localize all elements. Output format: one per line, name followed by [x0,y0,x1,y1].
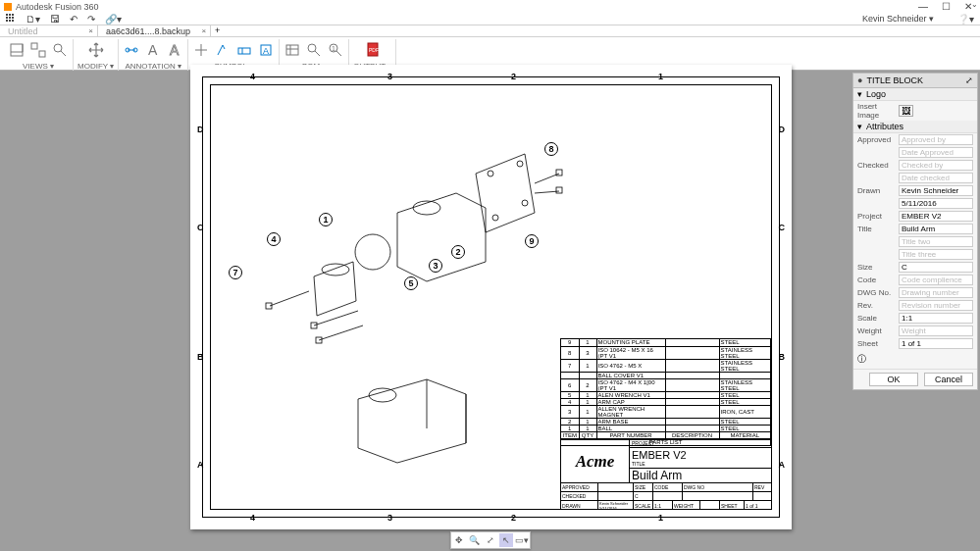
ribbon-group-annotation: A A ANNOTATION ▾ [119,39,188,71]
tab-backup[interactable]: aa6c3d61....8.backup × [98,25,211,36]
layout-icon[interactable]: ▭▾ [515,533,529,547]
insert-image-button[interactable]: 🖼 [899,105,913,117]
balloon[interactable]: 5 [404,276,418,290]
svg-text:A: A [263,46,269,56]
svg-line-23 [336,51,341,56]
svg-rect-16 [286,45,298,55]
base-view-icon[interactable] [8,41,26,59]
svg-line-4 [61,51,66,56]
tab-label: aa6c3d61....8.backup [106,26,190,36]
pdf-icon[interactable]: PDF [364,41,382,59]
panel-title: TITLE BLOCK [866,75,923,85]
approved-by-field[interactable] [899,134,973,145]
svg-line-32 [535,191,559,193]
info-icon[interactable]: ⓘ [857,353,866,366]
surface-icon[interactable] [214,41,232,59]
checked-by-field[interactable] [899,160,973,171]
balloon[interactable]: 2 [451,245,465,259]
dimension-icon[interactable] [123,41,140,59]
centermark-icon[interactable] [192,41,210,59]
panel-section-logo[interactable]: ▾ Logo [853,88,977,101]
tab-label: Untitled [8,26,38,36]
balloon[interactable]: 4 [267,232,281,246]
svg-rect-12 [238,48,250,54]
move-icon[interactable] [87,41,105,59]
project-field[interactable] [899,211,973,222]
drawn-date-field[interactable] [899,198,973,209]
ribbon-group-views: VIEWS ▾ [4,39,74,71]
minimize-button[interactable]: — [918,1,928,12]
maximize-button[interactable]: ☐ [942,1,951,12]
balloon[interactable]: 3 [429,259,442,273]
close-icon[interactable]: × [201,26,206,35]
title-two-field[interactable] [899,236,973,247]
svg-point-26 [488,171,493,176]
checked-date-field[interactable] [899,173,973,183]
panel-section-attributes[interactable]: ▾ Attributes [853,121,977,133]
approved-date-field[interactable] [899,147,973,158]
tab-untitled[interactable]: Untitled × [0,25,98,36]
svg-line-20 [315,51,320,56]
save-icon[interactable]: 🖫 [50,14,60,25]
svg-point-29 [522,200,528,206]
svg-rect-0 [11,44,23,56]
title-three-field[interactable] [899,249,973,260]
assembled-view[interactable] [329,360,486,470]
link-icon[interactable]: 🔗▾ [105,14,122,25]
gdt-icon[interactable] [235,41,253,59]
balloon-icon[interactable] [305,41,323,59]
quick-access-toolbar: 🗋▾ 🖫 ↶ ↷ 🔗▾ Kevin Schneider ▾ ❔▾ [0,13,980,25]
expand-ribbon-button[interactable]: ⌄ [971,0,978,9]
title-block-logo: Acme [561,440,630,482]
exploded-view[interactable] [231,144,574,342]
svg-point-19 [308,44,316,52]
svg-point-3 [54,44,62,52]
weight-field[interactable] [899,326,973,336]
window-title-bar: Autodesk Fusion 360 — ☐ ✕ [0,0,980,13]
grid-menu-icon[interactable] [6,14,16,24]
balloon[interactable]: 8 [544,142,558,156]
drawing-sheet[interactable]: 1 2 3 4 1 2 3 4 A B C D A B C D [190,65,792,529]
canvas-area[interactable]: 1 2 3 4 1 2 3 4 A B C D A B C D [0,71,980,551]
text-outline-icon[interactable]: A [166,41,183,59]
new-tab-button[interactable]: + [211,25,224,36]
projected-view-icon[interactable] [29,41,47,59]
svg-text:A: A [148,42,158,58]
scale-field[interactable] [899,313,973,324]
code-field[interactable] [899,275,973,285]
detail-view-icon[interactable] [51,41,69,59]
balloon[interactable]: 9 [525,234,539,248]
pan-icon[interactable]: ✥ [452,533,466,547]
balloon-1-icon[interactable]: 1 [327,41,344,59]
cancel-button[interactable]: Cancel [924,373,973,386]
svg-point-35 [355,234,390,270]
help-icon[interactable]: ❔▾ [957,14,974,25]
title-field[interactable] [899,224,973,234]
sheet-field[interactable] [899,338,973,349]
ok-button[interactable]: OK [869,373,918,386]
app-title: Autodesk Fusion 360 [16,2,99,12]
drawn-by-field[interactable] [899,185,973,196]
balloon[interactable]: 7 [229,266,242,279]
text-icon[interactable]: A [144,41,162,59]
user-menu[interactable]: Kevin Schneider ▾ [862,14,940,24]
svg-point-36 [322,264,349,276]
parts-list-table: 91MOUNTING PLATESTEEL83ISO 10642 - M5 X … [560,338,771,446]
dwg-no-field[interactable] [899,287,973,298]
close-icon[interactable]: × [88,26,93,35]
datum-text-icon[interactable]: A [257,41,275,59]
svg-text:PDF: PDF [369,47,379,53]
size-field[interactable] [899,262,973,273]
file-menu-icon[interactable]: 🗋▾ [26,14,40,25]
zoom-fit-icon[interactable]: ⤢ [484,533,497,547]
zoom-window-icon[interactable]: 🔍 [468,533,482,547]
redo-icon[interactable]: ↷ [87,14,95,25]
rev-field[interactable] [899,300,973,311]
svg-rect-1 [31,43,37,49]
svg-text:A: A [170,42,180,58]
undo-icon[interactable]: ↶ [70,14,77,25]
table-icon[interactable] [284,41,301,59]
title-block[interactable]: Acme PROJECT EMBER V2 TITLE Build Arm AP… [560,439,771,509]
cursor-icon[interactable]: ↖ [499,533,513,547]
balloon[interactable]: 1 [319,213,333,226]
